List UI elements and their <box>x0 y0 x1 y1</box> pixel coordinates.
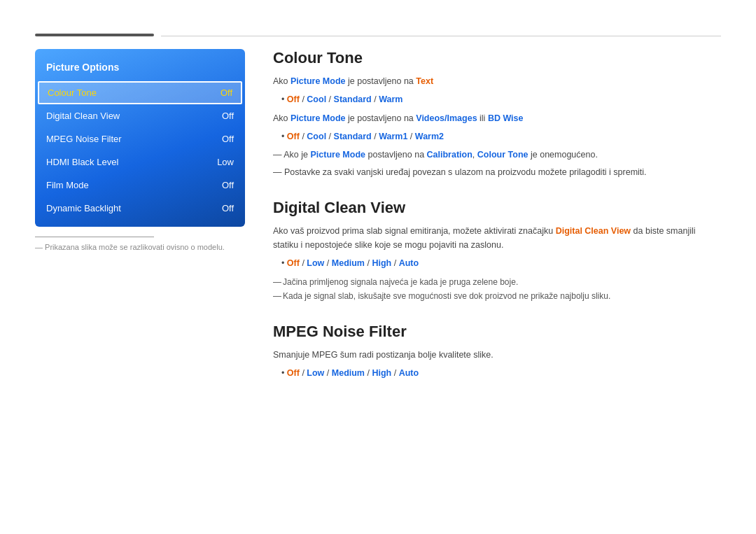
bullet-digital-clean-options: Off / Low / Medium / High / Auto <box>281 255 721 272</box>
menu-item-mpeg-noise-filter-value: Off <box>222 134 234 144</box>
footnote: ― Prikazana slika može se razlikovati ov… <box>35 243 245 251</box>
divider-line <box>35 237 154 237</box>
menu-item-colour-tone[interactable]: Colour Tone Off <box>38 81 242 104</box>
top-bar-left-line <box>35 34 154 36</box>
menu-item-hdmi-black-level-value: Low <box>217 157 234 167</box>
mpeg-noise-filter-bullets: Off / Low / Medium / High / Auto <box>273 365 721 381</box>
mpeg-noise-filter-para1: Smanjuje MPEG šum radi postizanja bolje … <box>273 348 721 362</box>
top-bar-right-line <box>161 36 721 36</box>
section-colour-tone: Colour Tone Ako Picture Mode je postavlj… <box>273 49 721 179</box>
menu-item-mpeg-noise-filter[interactable]: MPEG Noise Filter Off <box>35 127 245 150</box>
section-digital-clean-view: Digital Clean View Ako vaš proizvod prim… <box>273 199 721 303</box>
right-panel: Colour Tone Ako Picture Mode je postavlj… <box>273 49 721 401</box>
picture-options-title: Picture Options <box>35 56 245 81</box>
menu-item-film-mode[interactable]: Film Mode Off <box>35 174 245 197</box>
colour-tone-bullets-1: Off / Cool / Standard / Warm <box>273 92 721 108</box>
colour-tone-note1: ― Ako je Picture Mode postavljeno na Cal… <box>273 148 721 162</box>
bullet-off-cool-standard-warm1-warm2: Off / Cool / Standard / Warm1 / Warm2 <box>281 129 721 145</box>
digital-clean-view-dashes: Jačina primljenog signala najveća je kad… <box>273 275 721 304</box>
colour-tone-note2: ― Postavke za svaki vanjski uređaj povez… <box>273 165 721 179</box>
menu-item-film-mode-label: Film Mode <box>46 180 89 190</box>
menu-item-digital-clean-view-value: Off <box>222 111 234 121</box>
menu-item-digital-clean-view-label: Digital Clean View <box>46 111 120 121</box>
menu-item-dynamic-backlight-label: Dynamic Backlight <box>46 203 121 213</box>
section-colour-tone-title: Colour Tone <box>273 49 721 67</box>
bullet-mpeg-options: Off / Low / Medium / High / Auto <box>281 365 721 381</box>
dash-signal-weak: Kada je signal slab, iskušajte sve moguć… <box>273 289 721 303</box>
main-content: Picture Options Colour Tone Off Digital … <box>0 49 756 401</box>
digital-clean-view-bullets: Off / Low / Medium / High / Auto <box>273 255 721 272</box>
menu-item-colour-tone-value: Off <box>220 87 232 98</box>
menu-item-digital-clean-view[interactable]: Digital Clean View Off <box>35 104 245 127</box>
menu-item-colour-tone-label: Colour Tone <box>48 87 97 98</box>
menu-item-film-mode-value: Off <box>222 180 234 190</box>
menu-item-dynamic-backlight[interactable]: Dynamic Backlight Off <box>35 197 245 220</box>
section-mpeg-noise-filter-title: MPEG Noise Filter <box>273 323 721 341</box>
menu-item-hdmi-black-level[interactable]: HDMI Black Level Low <box>35 150 245 174</box>
section-mpeg-noise-filter: MPEG Noise Filter Smanjuje MPEG šum radi… <box>273 323 721 381</box>
top-bar <box>0 0 756 42</box>
colour-tone-para2: Ako Picture Mode je postavljeno na Video… <box>273 111 721 125</box>
colour-tone-para1: Ako Picture Mode je postavljeno na Text <box>273 74 721 88</box>
left-panel: Picture Options Colour Tone Off Digital … <box>35 49 245 401</box>
digital-clean-view-para1: Ako vaš proizvod prima slab signal emiti… <box>273 224 721 252</box>
menu-item-mpeg-noise-filter-label: MPEG Noise Filter <box>46 134 122 144</box>
menu-item-hdmi-black-level-label: HDMI Black Level <box>46 157 118 167</box>
colour-tone-bullets-2: Off / Cool / Standard / Warm1 / Warm2 <box>273 129 721 145</box>
menu-item-dynamic-backlight-value: Off <box>222 203 234 213</box>
bullet-off-cool-standard-warm: Off / Cool / Standard / Warm <box>281 92 721 108</box>
picture-options-box: Picture Options Colour Tone Off Digital … <box>35 49 245 227</box>
section-digital-clean-view-title: Digital Clean View <box>273 199 721 217</box>
dash-signal-strength: Jačina primljenog signala najveća je kad… <box>273 275 721 289</box>
